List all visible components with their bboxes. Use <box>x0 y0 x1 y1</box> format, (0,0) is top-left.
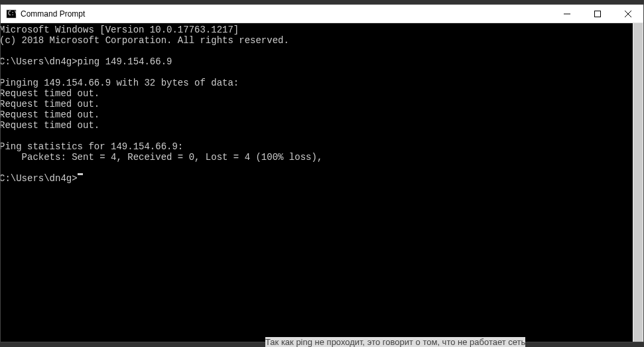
terminal-line: Request timed out. <box>1 88 643 99</box>
window-controls <box>552 5 643 23</box>
terminal-prompt-line: C:\Users\dn4g> <box>1 173 643 184</box>
svg-rect-3 <box>595 11 601 17</box>
vertical-scrollbar[interactable] <box>633 23 643 342</box>
terminal-line: Request timed out. <box>1 120 643 131</box>
terminal-line <box>1 163 643 173</box>
command-prompt-window: C:\ Command Prompt Microsoft Windows [Ve… <box>0 4 644 342</box>
terminal-prompt: C:\Users\dn4g> <box>1 173 78 184</box>
scrollbar-thumb[interactable] <box>633 23 643 342</box>
terminal-area[interactable]: Microsoft Windows [Version 10.0.17763.12… <box>1 23 643 342</box>
terminal-line: Pinging 149.154.66.9 with 32 bytes of da… <box>1 78 643 88</box>
window-title: Command Prompt <box>21 9 552 19</box>
terminal-cursor <box>78 173 83 175</box>
app-icon: C:\ <box>6 9 17 19</box>
svg-text:C:\: C:\ <box>8 11 17 17</box>
terminal-line: Request timed out. <box>1 109 643 120</box>
terminal-line: Microsoft Windows [Version 10.0.17763.12… <box>1 25 643 35</box>
terminal-line: Packets: Sent = 4, Received = 0, Lost = … <box>1 152 643 163</box>
terminal-line <box>1 46 643 56</box>
close-button[interactable] <box>613 5 643 23</box>
terminal-line: Ping statistics for 149.154.66.9: <box>1 141 643 152</box>
minimize-button[interactable] <box>552 5 582 23</box>
maximize-button[interactable] <box>582 5 613 23</box>
terminal-line: C:\Users\dn4g>ping 149.154.66.9 <box>1 56 643 67</box>
caption-text: Так как ping не проходит, это говорит о … <box>265 337 525 347</box>
terminal-line: Request timed out. <box>1 99 643 109</box>
titlebar[interactable]: C:\ Command Prompt <box>1 5 643 23</box>
terminal-output: Microsoft Windows [Version 10.0.17763.12… <box>1 25 643 184</box>
terminal-line <box>1 131 643 141</box>
terminal-line <box>1 67 643 78</box>
terminal-line: (c) 2018 Microsoft Corporation. All righ… <box>1 35 643 46</box>
